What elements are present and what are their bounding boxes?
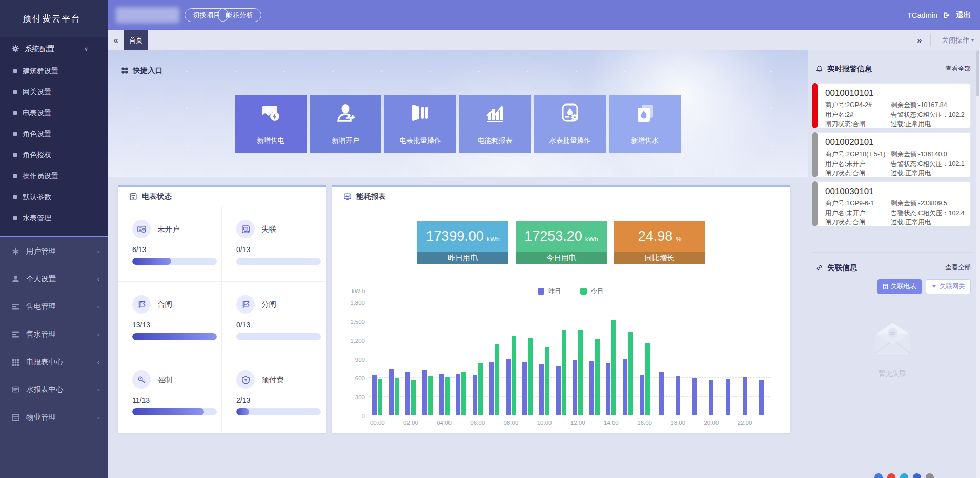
sidebar-subitem-建筑群设置[interactable]: 建筑群设置 xyxy=(0,60,108,81)
floating-icon-1[interactable] xyxy=(874,473,883,478)
sidebar-subitem-label: 网关设置 xyxy=(23,88,51,97)
tile-电表批量操作[interactable]: 电表批量操作 xyxy=(384,95,456,153)
tabs-scroll-left-icon[interactable]: « xyxy=(109,30,123,50)
tab-home[interactable]: 首页 xyxy=(124,30,148,50)
bar-昨日[interactable] xyxy=(659,372,664,415)
alert-card-fields: 商户号:2GP4-2#剩余金额:-10167.84用户名:2#告警状态:C相欠压… xyxy=(825,100,966,129)
bar-昨日[interactable] xyxy=(539,364,544,415)
sidebar-subitem-角色设置[interactable]: 角色设置 xyxy=(0,123,108,144)
tile-水表批量操作[interactable]: 水表批量操作 xyxy=(534,95,606,153)
alert-card-0010010101[interactable]: 0010010101商户号:2GP4-2#剩余金额:-10167.84用户名:2… xyxy=(812,83,971,128)
tile-新增开户[interactable]: 新增开户 xyxy=(310,95,381,153)
bar-今日[interactable] xyxy=(461,372,466,415)
alert-field: 剩余金额:-233809.5 xyxy=(891,199,966,209)
sidebar-item-售电管理[interactable]: 售电管理‹ xyxy=(0,293,108,320)
floating-icon-3[interactable] xyxy=(900,473,908,478)
bar-昨日[interactable] xyxy=(522,362,527,415)
bar-group-01:00 xyxy=(386,302,403,415)
bar-昨日[interactable] xyxy=(692,378,697,415)
tile-电能耗报表[interactable]: 电能耗报表 xyxy=(459,95,531,153)
tile-inner: 电表批量操作 xyxy=(400,101,441,146)
bar-昨日[interactable] xyxy=(676,376,680,415)
bar-昨日[interactable] xyxy=(456,374,460,415)
bar-今日[interactable] xyxy=(512,336,516,415)
bar-昨日[interactable] xyxy=(556,366,561,415)
legend-item-今日[interactable]: 今日 xyxy=(580,287,603,296)
bar-今日[interactable] xyxy=(645,343,650,415)
bar-昨日[interactable] xyxy=(743,377,747,415)
bar-今日[interactable] xyxy=(528,338,533,415)
bar-今日[interactable] xyxy=(611,320,616,415)
bar-昨日[interactable] xyxy=(623,359,627,415)
sidebar-subitem-水表管理[interactable]: 水表管理 xyxy=(0,207,108,228)
meter-cell-强制[interactable]: 强制11/13 xyxy=(118,357,222,432)
bar-昨日[interactable] xyxy=(439,374,444,415)
tile-新增售电[interactable]: 新增售电 xyxy=(235,95,307,153)
bar-昨日[interactable] xyxy=(726,379,730,415)
bar-昨日[interactable] xyxy=(759,380,764,415)
bar-昨日[interactable] xyxy=(473,375,477,415)
bar-今日[interactable] xyxy=(428,376,433,415)
tile-新增售水[interactable]: 新增售水 xyxy=(609,95,681,153)
offline-meter-button[interactable]: 失联电表 xyxy=(877,279,922,294)
bar-昨日[interactable] xyxy=(506,359,511,415)
sidebar-subitem-默认参数[interactable]: 默认参数 xyxy=(0,186,108,207)
bar-今日[interactable] xyxy=(495,344,499,415)
bar-昨日[interactable] xyxy=(589,361,594,415)
offline-view-all-link[interactable]: 查看全部 xyxy=(945,263,971,272)
bar-今日[interactable] xyxy=(628,332,633,415)
meter-cell-失联[interactable]: 失联0/13 xyxy=(222,206,326,282)
meter-cell-合闸[interactable]: 合闸13/13 xyxy=(118,282,222,357)
bar-今日[interactable] xyxy=(411,380,416,415)
bar-昨日[interactable] xyxy=(573,360,577,415)
bar-今日[interactable] xyxy=(595,339,600,415)
bar-今日[interactable] xyxy=(545,347,549,415)
sidebar-subitem-角色授权[interactable]: 角色授权 xyxy=(0,144,108,165)
water-batch-icon xyxy=(559,101,581,126)
sidebar-item-水报表中心[interactable]: 水报表中心‹ xyxy=(0,376,108,403)
sidebar-subitem-电表设置[interactable]: 电表设置 xyxy=(0,102,108,123)
sidebar-item-物业管理[interactable]: 物业管理‹ xyxy=(0,403,108,431)
sidebar-subitem-操作员设置[interactable]: 操作员设置 xyxy=(0,165,108,186)
logout-button[interactable]: 退出 xyxy=(956,10,971,20)
bar-昨日[interactable] xyxy=(606,363,610,415)
sidebar-subitem-网关设置[interactable]: 网关设置 xyxy=(0,81,108,102)
meter-cell-预付费[interactable]: 预付费2/13 xyxy=(222,357,326,432)
legend-item-昨日[interactable]: 昨日 xyxy=(538,287,561,296)
bar-今日[interactable] xyxy=(445,377,450,415)
bar-昨日[interactable] xyxy=(372,375,377,415)
meter-cell-未开户[interactable]: 未开户6/13 xyxy=(118,206,222,282)
sidebar-item-电报表中心[interactable]: 电报表中心‹ xyxy=(0,348,108,376)
alert-card-0010030101[interactable]: 0010030101商户号:1GP9-6-1剩余金额:-233809.5用户名:… xyxy=(812,181,971,226)
alert-card-0010020101[interactable]: 0010020101商户号:2GP10( F5-1)剩余金额:-136140.0… xyxy=(812,132,971,177)
floating-icon-4[interactable] xyxy=(913,473,921,478)
sidebar-item-售水管理[interactable]: 售水管理‹ xyxy=(0,320,108,348)
sale-water-icon xyxy=(634,101,656,126)
sidebar-item-system-config[interactable]: 系统配置 ∨ xyxy=(0,37,108,60)
sidebar-item-用户管理[interactable]: 用户管理‹ xyxy=(0,237,108,265)
bar-今日[interactable] xyxy=(478,363,483,415)
alert-field: 告警状态:C相欠压：102.1 xyxy=(891,159,966,169)
bar-今日[interactable] xyxy=(378,379,382,415)
scrollbar[interactable] xyxy=(976,50,980,478)
bar-今日[interactable] xyxy=(562,330,566,415)
alerts-view-all-link[interactable]: 查看全部 xyxy=(945,65,971,73)
bar-昨日[interactable] xyxy=(389,369,394,415)
bar-昨日[interactable] xyxy=(405,372,410,415)
bar-今日[interactable] xyxy=(395,378,399,415)
scrollbar-thumb[interactable] xyxy=(976,50,979,96)
bar-昨日[interactable] xyxy=(709,380,713,415)
sidebar-item-个人设置[interactable]: 个人设置‹ xyxy=(0,265,108,293)
close-operations-dropdown[interactable]: 关闭操作 ▾ xyxy=(942,30,974,50)
tabs-scroll-right-icon[interactable]: » xyxy=(912,30,927,50)
offline-gateway-button[interactable]: 失联网关 xyxy=(926,279,971,294)
bar-昨日[interactable] xyxy=(640,375,644,415)
energy-analysis-button[interactable]: 能耗分析 xyxy=(217,8,261,22)
bar-今日[interactable] xyxy=(578,330,583,415)
person-icon xyxy=(11,275,20,283)
bar-昨日[interactable] xyxy=(422,370,427,415)
floating-icon-5[interactable] xyxy=(926,473,934,478)
bar-昨日[interactable] xyxy=(489,362,494,415)
meter-cell-分闸[interactable]: 分闸0/13 xyxy=(222,282,326,357)
floating-icon-2[interactable] xyxy=(887,473,895,478)
